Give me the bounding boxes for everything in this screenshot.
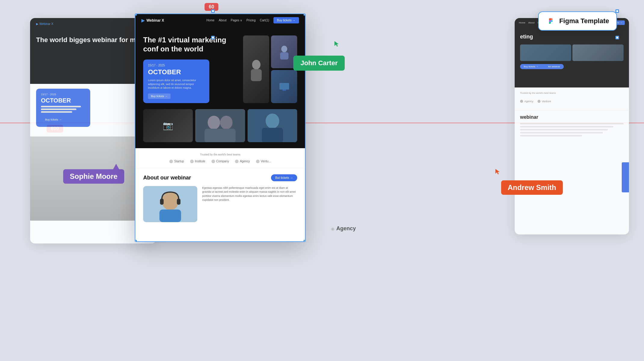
- right-scroll-indicator: [622, 162, 629, 192]
- right-trusted-label: Trusted by the world's best teams: [520, 92, 624, 94]
- right-nav-home: Home: [519, 21, 525, 24]
- figma-handle-br: [211, 36, 215, 39]
- venture-brand-icon: [538, 100, 541, 103]
- selection-handle-tl: [135, 14, 137, 16]
- hero-image-man: [243, 35, 269, 103]
- brand-venture-icon: [256, 160, 260, 163]
- nav-pages[interactable]: Pages ∨: [231, 19, 242, 22]
- webinar-navbar: ▶ Webinar X Home About Pages ∨ Pricing C…: [135, 14, 305, 26]
- photo-person-blue: [248, 109, 297, 142]
- hero-image-tech: [271, 70, 297, 103]
- figma-handle-tl: [615, 9, 619, 13]
- svg-rect-1: [251, 69, 262, 81]
- right-preview-card: Home About Pages Pricing Cart Buy ticket…: [515, 18, 629, 234]
- left-date-range: 15/17 - 2025: [41, 93, 85, 96]
- right-line-3: [520, 129, 608, 130]
- brand-startup: Startup: [169, 160, 184, 163]
- left-desc-line-3: [41, 111, 72, 113]
- figma-handle-tr: [211, 9, 215, 13]
- left-preview-hero-title: The world bigges webinar for mark: [36, 36, 150, 44]
- webinar-logo-text: Webinar X: [146, 18, 164, 23]
- left-desc-line-1: [41, 106, 81, 107]
- selection-handle-tr: [304, 14, 306, 16]
- hero-cta-button[interactable]: Buy tickets →: [148, 93, 171, 99]
- andrew-smith-cursor-icon: [495, 168, 500, 176]
- hero-description: Lorem ipsum dolor sit amet, consectetur …: [148, 78, 205, 90]
- right-trusted: Trusted by the world's best teams Agency…: [515, 87, 629, 110]
- left-date-card: 15/17 - 2025 OCTOBER Buy tickets →: [36, 89, 90, 127]
- right-hero-images: [520, 44, 624, 61]
- svg-rect-16: [160, 199, 164, 205]
- left-month: OCTOBER: [41, 97, 85, 104]
- webinar-logo: ▶ Webinar X: [141, 18, 164, 23]
- left-desc-lines: [41, 106, 85, 113]
- brand-startup-icon: [169, 160, 173, 163]
- svg-point-8: [220, 116, 233, 129]
- selection-handle-bl: [135, 240, 137, 242]
- svg-point-7: [208, 116, 220, 129]
- sophie-cursor-icon: [113, 164, 119, 169]
- left-desc-line-2: [41, 109, 76, 110]
- right-webinar-btn[interactable]: An webinar: [544, 64, 564, 69]
- right-brand-agency: Agency: [520, 100, 533, 103]
- webinar-hero: The #1 virtual marketing conf on the wor…: [135, 26, 305, 109]
- brand-company-icon: [211, 160, 215, 163]
- svg-rect-15: [159, 210, 181, 222]
- hero-date-box: 15/17 - 2025 OCTOBER Lorem ipsum dolor s…: [143, 60, 209, 103]
- svg-rect-9: [205, 129, 236, 142]
- right-buy-btn[interactable]: Buy tickets →: [520, 64, 542, 69]
- figma-template-badge: Figma Template: [538, 11, 617, 31]
- nav-home[interactable]: Home: [206, 19, 214, 22]
- right-line-2: [520, 126, 613, 127]
- webinar-photo-row: 📷: [135, 109, 305, 148]
- svg-point-2: [281, 46, 287, 52]
- figma-template-label: Figma Template: [559, 17, 609, 25]
- photo-camera: 📷: [143, 109, 193, 142]
- about-cta-button[interactable]: But tickets →: [271, 174, 297, 181]
- agency-circle-icon: ◉: [331, 226, 334, 231]
- nav-cta-button[interactable]: Buy tickets →: [273, 17, 299, 23]
- nav-about[interactable]: About: [219, 19, 226, 22]
- about-title: About our webinar: [143, 175, 191, 181]
- agency-label-area: ◉ Agency: [331, 225, 356, 232]
- nav-cart[interactable]: Cart(1): [260, 19, 269, 22]
- about-text: Egestas-egestas nibh pellentesque maelsu…: [202, 186, 297, 222]
- photo-people: [195, 109, 245, 142]
- webinar-nav-links: Home About Pages ∨ Pricing Cart(1) Buy t…: [206, 17, 299, 23]
- svg-point-0: [252, 60, 260, 69]
- brand-institute-icon: [190, 160, 194, 163]
- right-about-title: webinar: [520, 115, 624, 120]
- camera-icon: 📷: [163, 121, 173, 130]
- sophie-moore-badge: Sophie Moore: [63, 169, 124, 184]
- brand-company: Company: [211, 160, 229, 163]
- left-preview-logo: ▶ Webinar X: [36, 22, 53, 26]
- right-line-4: [520, 132, 603, 133]
- svg-rect-12: [262, 128, 283, 142]
- right-about-section: webinar: [515, 110, 629, 142]
- figma-handle-bl: [615, 36, 619, 39]
- webinar-about-section: About our webinar But tickets → Egestas-…: [135, 168, 305, 228]
- nav-pricing[interactable]: Pricing: [246, 19, 256, 22]
- svg-point-11: [266, 113, 279, 128]
- brand-agency-icon: [235, 160, 239, 163]
- agency-brand-icon: [520, 100, 523, 103]
- andrew-smith-badge: Andrew Smith: [501, 180, 563, 195]
- right-img-2: [572, 44, 624, 61]
- right-brand-venture: Venture: [538, 100, 551, 103]
- hero-title: The #1 virtual marketing conf on the wor…: [143, 35, 238, 54]
- webinar-trusted-section: Trusted by the world's best teams Startu…: [135, 148, 305, 168]
- right-hero-btns: Buy tickets → An webinar: [520, 64, 564, 69]
- svg-rect-3: [280, 52, 288, 60]
- right-preview-hero: eting Buy tickets → An webinar: [515, 27, 629, 87]
- figma-logo-icon: [546, 16, 556, 26]
- hero-date-range: 15/17 - 2025: [148, 64, 205, 67]
- hero-month: OCTOBER: [148, 68, 205, 76]
- about-header: About our webinar But tickets →: [143, 174, 297, 181]
- right-desc-lines: [520, 123, 624, 136]
- right-brands-row: Agency Venture: [520, 97, 624, 106]
- right-img-1: [520, 44, 571, 61]
- right-hero-title: eting: [520, 33, 624, 40]
- right-line-1: [520, 123, 624, 124]
- svg-rect-17: [177, 199, 180, 205]
- left-cta-button[interactable]: Buy tickets →: [41, 117, 66, 123]
